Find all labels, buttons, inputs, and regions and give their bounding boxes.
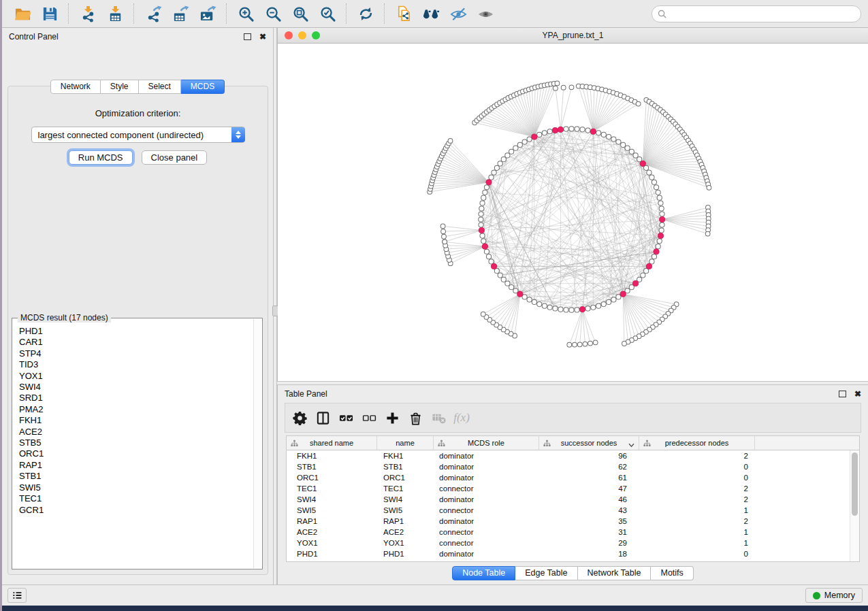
table-row[interactable]: RAP1RAP1dominator352 (287, 516, 859, 527)
column-header-predecessor-nodes[interactable]: predecessor nodes (639, 436, 755, 450)
search-input[interactable] (670, 8, 855, 19)
mcds-result-item[interactable]: SWI4 (19, 382, 254, 393)
table-cell: RAP1 (287, 516, 377, 527)
vertical-splitter[interactable] (273, 28, 277, 584)
column-header-MCDS-role[interactable]: MCDS role (434, 436, 539, 450)
tab-select[interactable]: Select (139, 80, 181, 94)
mcds-result-item[interactable]: PMA2 (19, 404, 254, 415)
network-title: YPA_prune.txt_1 (278, 31, 868, 40)
network-canvas[interactable] (278, 44, 868, 381)
select-all-rows-button[interactable] (334, 406, 357, 429)
zoom-out-button[interactable] (263, 3, 283, 24)
memory-button[interactable]: Memory (805, 588, 863, 603)
mcds-result-item[interactable]: YOX1 (19, 371, 254, 382)
open-folder-button[interactable] (12, 3, 33, 24)
table-cell: STB1 (377, 461, 434, 472)
column-label: successor nodes (561, 439, 617, 447)
table-cell: RAP1 (377, 516, 434, 527)
table-cell: dominator (434, 516, 539, 527)
export-network-button[interactable] (143, 3, 163, 24)
mcds-result-scrollbar[interactable] (253, 319, 261, 568)
close-table-panel-icon[interactable]: ✖ (854, 390, 861, 398)
float-table-panel-icon[interactable] (839, 391, 846, 397)
add-column-button[interactable] (381, 406, 404, 429)
optimization-criterion-select[interactable]: largest connected component (undirected) (31, 127, 245, 143)
mcds-result-item[interactable]: TID3 (19, 359, 254, 370)
tab-mcds[interactable]: MCDS (181, 80, 225, 94)
export-table-button[interactable] (170, 3, 191, 24)
float-panel-icon[interactable] (244, 33, 251, 40)
export-image-button[interactable] (197, 3, 218, 24)
mcds-result-item[interactable]: ACE2 (19, 427, 254, 437)
close-panel-icon[interactable]: ✖ (259, 33, 266, 41)
mcds-result-list[interactable]: PHD1CAR1STP4TID3YOX1SWI4SRD1PMA2FKH1ACE2… (14, 321, 254, 567)
table-row[interactable]: YOX1YOX1connector291 (287, 538, 859, 548)
delete-column-button[interactable] (404, 406, 427, 429)
table-cell: ORC1 (377, 472, 434, 483)
tab-node-table[interactable]: Node Table (452, 566, 515, 580)
org-chart-icon (643, 440, 651, 447)
table-cell: 1 (639, 505, 755, 516)
close-panel-button[interactable]: Close panel (142, 150, 208, 165)
mcds-result-item[interactable]: STP4 (19, 348, 254, 359)
table-scrollbar-thumb[interactable] (852, 452, 858, 516)
mcds-result-item[interactable]: SRD1 (19, 393, 254, 403)
table-cell: SWI4 (377, 494, 434, 505)
table-cell: 2 (639, 483, 755, 494)
tab-motifs[interactable]: Motifs (651, 566, 693, 580)
zoom-in-button[interactable] (236, 3, 256, 24)
zoom-fit-button[interactable] (290, 3, 310, 24)
import-network-button[interactable] (78, 3, 98, 24)
table-row[interactable]: TEC1TEC1connector472 (287, 483, 859, 494)
table-row[interactable]: SWI5SWI5connector431 (287, 505, 859, 516)
table-row[interactable]: SWI4SWI4dominator462 (287, 494, 859, 505)
column-label: shared name (310, 439, 353, 447)
table-cell-filler (755, 548, 859, 559)
gear-button[interactable] (288, 406, 311, 429)
mcds-result-item[interactable]: TEC1 (19, 493, 254, 504)
refresh-layout-button[interactable] (355, 3, 376, 24)
deselect-all-rows-button[interactable] (357, 406, 381, 429)
mcds-result-item[interactable]: GCR1 (19, 505, 254, 516)
mcds-result-item[interactable]: RAP1 (19, 460, 254, 471)
table-row[interactable]: PHD1PHD1dominator180 (287, 548, 859, 559)
mcds-result-item[interactable]: PHD1 (19, 326, 254, 337)
column-visibility-button[interactable] (311, 406, 334, 429)
save-button[interactable] (39, 3, 60, 24)
hide-graphics-button[interactable] (448, 3, 468, 24)
search-box[interactable] (652, 5, 861, 22)
mcds-result-item[interactable]: SWI5 (19, 482, 254, 493)
tab-edge-table[interactable]: Edge Table (515, 566, 577, 580)
column-header-shared-name[interactable]: shared name (287, 436, 377, 450)
export-image-icon (199, 5, 216, 22)
import-table-button[interactable] (105, 3, 125, 24)
table-row[interactable]: FKH1FKH1dominator962 (287, 450, 859, 461)
clone-network-button[interactable] (393, 3, 414, 24)
delete-table-icon (432, 411, 446, 425)
tab-network-table[interactable]: Network Table (578, 566, 652, 580)
tab-style[interactable]: Style (101, 80, 139, 94)
zoom-selected-button[interactable] (317, 3, 338, 24)
table-cell-filler (755, 494, 859, 505)
table-row[interactable]: STB1STB1dominator620 (287, 461, 859, 472)
table-scrollbar[interactable] (850, 450, 859, 561)
column-header-successor-nodes[interactable]: successor nodes (539, 436, 639, 450)
table-cell: 29 (539, 538, 639, 548)
table-row[interactable]: ORC1ORC1dominator610 (287, 472, 859, 483)
first-neighbors-button[interactable] (421, 3, 441, 24)
mcds-result-item[interactable]: FKH1 (19, 415, 254, 426)
table-cell: 2 (639, 450, 755, 461)
mcds-result-item[interactable]: ORC1 (19, 448, 254, 459)
optimization-criterion-label: Optimization criterion: (8, 108, 268, 118)
table-row[interactable]: ACE2ACE2connector311 (287, 527, 859, 538)
mcds-result-item[interactable]: CAR1 (19, 337, 254, 348)
cytoscape-window: Control Panel ✖ NetworkStyleSelectMCDS O… (2, 0, 868, 606)
tab-network[interactable]: Network (50, 80, 101, 94)
network-graph[interactable] (278, 44, 868, 381)
control-panel: Control Panel ✖ NetworkStyleSelectMCDS O… (2, 28, 273, 584)
mcds-result-item[interactable]: STB5 (19, 437, 254, 448)
mcds-result-item[interactable]: STB1 (19, 471, 254, 482)
task-history-button[interactable] (7, 588, 27, 603)
column-header-name[interactable]: name (377, 436, 434, 450)
run-mcds-button[interactable]: Run MCDS (69, 150, 133, 165)
